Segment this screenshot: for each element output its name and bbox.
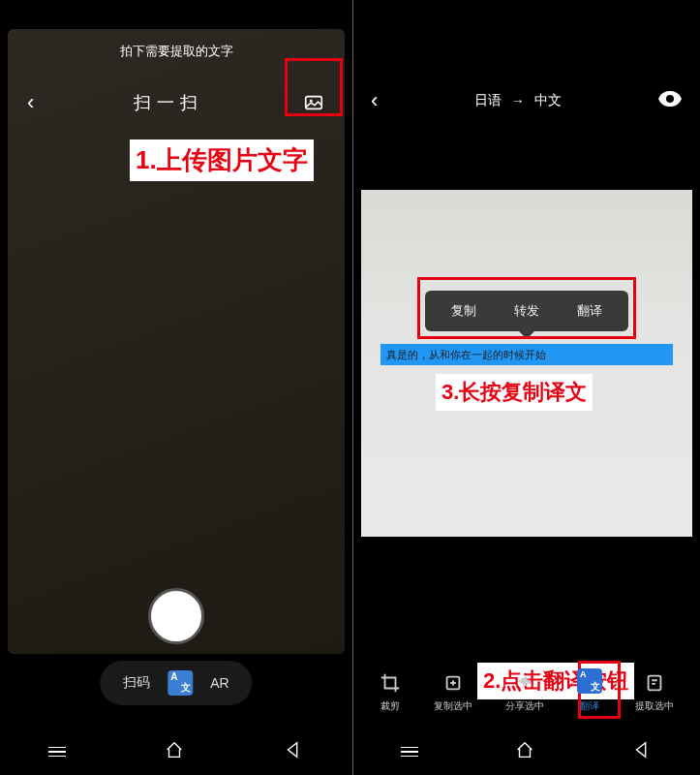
action-crop-label: 裁剪 xyxy=(380,699,400,713)
action-translate-label: 翻译 xyxy=(580,699,599,713)
back-button[interactable]: ‹ xyxy=(27,90,34,115)
scan-title: 扫一扫 xyxy=(134,91,203,114)
copy-plus-icon xyxy=(442,672,464,694)
action-extract-label: 提取选中 xyxy=(635,699,674,713)
extract-icon xyxy=(644,672,665,694)
phone-translate-screen: ‹ 日语 → 中文 真是的，从和你在一起的时候开始 复制 转发 翻译 3.长按复… xyxy=(353,0,700,775)
arrow-right-icon: → xyxy=(511,93,525,108)
action-crop[interactable]: 裁剪 xyxy=(380,672,401,713)
annotation-3: 3.长按复制译文 xyxy=(436,374,593,411)
lang-to: 中文 xyxy=(534,92,562,109)
back-button[interactable]: ‹ xyxy=(371,88,378,113)
image-icon xyxy=(303,92,324,113)
text-context-menu: 复制 转发 翻译 xyxy=(425,291,628,331)
nav-recent[interactable] xyxy=(48,747,66,758)
selected-text: 真是的，从和你在一起的时候开始 xyxy=(386,348,546,362)
crop-icon xyxy=(380,672,401,694)
ctx-forward[interactable]: 转发 xyxy=(514,302,539,320)
scan-hint: 拍下需要提取的文字 xyxy=(0,43,352,60)
gallery-button[interactable] xyxy=(302,91,325,114)
android-navbar xyxy=(353,728,700,775)
annotation-1: 1.上传图片文字 xyxy=(130,140,314,181)
translate-topbar: ‹ 日语 → 中文 xyxy=(353,81,700,120)
ctx-translate[interactable]: 翻译 xyxy=(577,302,602,320)
translate-mode-icon[interactable] xyxy=(167,670,193,696)
share-icon xyxy=(514,672,535,694)
nav-home[interactable] xyxy=(164,739,185,764)
action-translate[interactable]: 翻译 xyxy=(577,668,602,713)
nav-back[interactable] xyxy=(631,739,653,764)
action-copy-selected[interactable]: 复制选中 xyxy=(434,672,472,713)
action-share-selected[interactable]: 分享选中 xyxy=(505,672,544,713)
shutter-button[interactable] xyxy=(148,588,204,644)
scan-topbar: ‹ 扫一扫 xyxy=(0,83,352,122)
camera-viewfinder xyxy=(8,29,345,654)
nav-back[interactable] xyxy=(283,739,304,764)
translate-icon xyxy=(577,668,602,694)
mode-ar[interactable]: AR xyxy=(210,675,228,691)
action-copy-label: 复制选中 xyxy=(434,699,472,713)
ctx-copy[interactable]: 复制 xyxy=(451,302,476,320)
visibility-toggle[interactable] xyxy=(657,90,683,111)
nav-recent[interactable] xyxy=(401,747,418,758)
selected-text-highlight[interactable]: 真是的，从和你在一起的时候开始 xyxy=(380,344,673,365)
phone-scan-screen: 拍下需要提取的文字 ‹ 扫一扫 1.上传图片文字 扫码 AR xyxy=(0,0,353,775)
action-extract-selected[interactable]: 提取选中 xyxy=(635,672,674,713)
eye-icon xyxy=(657,90,683,108)
mode-selector: 扫码 AR xyxy=(100,661,252,705)
language-selector[interactable]: 日语 → 中文 xyxy=(474,92,562,109)
mode-scan[interactable]: 扫码 xyxy=(123,674,150,692)
lang-from: 日语 xyxy=(474,92,502,109)
nav-home[interactable] xyxy=(514,739,535,764)
bottom-action-bar: 裁剪 复制选中 分享选中 翻译 提取选中 xyxy=(353,668,700,713)
action-share-label: 分享选中 xyxy=(505,699,544,713)
android-navbar xyxy=(0,728,352,775)
svg-point-2 xyxy=(666,95,674,103)
